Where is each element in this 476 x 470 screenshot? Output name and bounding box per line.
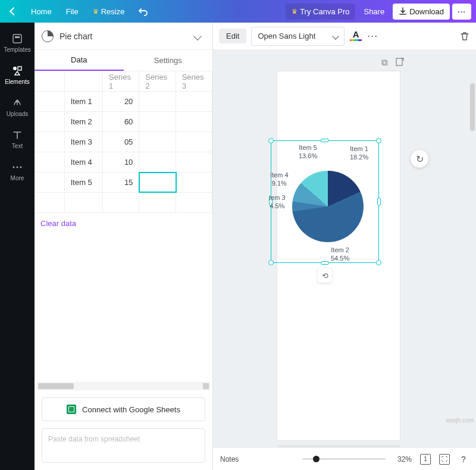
data-panel: Pie chart Data Settings Series 1 Series …	[35, 23, 213, 470]
rail-elements[interactable]: Elements	[1, 59, 34, 90]
svg-rect-3	[18, 67, 21, 70]
grid-header-s1[interactable]: Series 1	[103, 71, 139, 91]
resize-handle[interactable]	[321, 139, 329, 142]
cell-value[interactable]: 60	[103, 112, 139, 131]
chevron-down-icon	[193, 32, 202, 40]
canvas-area[interactable]: ⧉ Item 118.2% Item 254.5% tem 34.5% Item…	[213, 50, 476, 447]
cell-label[interactable]: Item 5	[65, 173, 103, 192]
resize-handle[interactable]	[268, 138, 274, 143]
pie-chart[interactable]	[292, 171, 364, 242]
pie-label: Item 118.2%	[350, 145, 368, 162]
resize-handle[interactable]	[377, 198, 381, 206]
add-page-icon-button[interactable]	[395, 57, 405, 68]
pie-label: tem 34.5%	[269, 193, 286, 211]
svg-rect-0	[13, 35, 21, 43]
more-button[interactable]: ···	[452, 4, 471, 20]
delete-button[interactable]	[459, 31, 470, 42]
svg-point-4	[13, 167, 15, 168]
watermark: wsxjh.com	[446, 417, 474, 424]
page-tools: ⧉	[381, 57, 405, 68]
resize-handle[interactable]	[376, 138, 381, 143]
share-button[interactable]: Share	[358, 4, 390, 20]
download-button[interactable]: Download	[393, 4, 450, 20]
file-button[interactable]: File	[60, 4, 84, 20]
resize-handle[interactable]	[321, 261, 329, 265]
text-color-icon: A	[353, 29, 359, 39]
cell-label[interactable]: Item 1	[65, 92, 103, 111]
cell-value[interactable]: 10	[103, 152, 139, 172]
canvas-wrap: Edit Open Sans Light A ··· ⧉ It	[213, 23, 476, 470]
context-toolbar: Edit Open Sans Light A ···	[213, 23, 476, 50]
undo-icon	[139, 7, 148, 16]
notes-button[interactable]: Notes	[220, 455, 239, 463]
cell-label[interactable]: Item 3	[65, 132, 103, 152]
text-icon	[11, 129, 23, 141]
cell-value[interactable]: 15	[103, 173, 139, 192]
rail-uploads[interactable]: Uploads	[1, 92, 34, 123]
swap-button[interactable]: ⟲	[318, 268, 332, 283]
cell-label[interactable]: Item 2	[65, 112, 103, 131]
more-icon	[11, 161, 23, 173]
rotate-button[interactable]: ↻	[411, 150, 428, 168]
zoom-thumb[interactable]	[313, 456, 320, 462]
rail-templates[interactable]: Templates	[1, 27, 34, 58]
rail-text[interactable]: Text	[1, 124, 34, 155]
zoom-slider[interactable]	[302, 458, 386, 460]
rail-more[interactable]: More	[1, 156, 34, 187]
svg-rect-7	[396, 58, 402, 65]
toolbar-more-button[interactable]: ···	[367, 30, 378, 42]
grid-h-scrollbar[interactable]	[37, 382, 210, 390]
canvas-v-scrollbar[interactable]	[470, 83, 475, 447]
google-sheets-button[interactable]: Connect with Google Sheets	[42, 397, 205, 421]
back-button[interactable]	[5, 5, 23, 18]
download-icon	[399, 7, 407, 15]
grid-corner[interactable]	[35, 71, 65, 91]
pie-chart-icon	[42, 30, 54, 42]
chart-type-select[interactable]: Pie chart	[42, 30, 205, 42]
bottom-bar: Notes 32% 1 ⛶ ?	[213, 447, 476, 470]
crown-icon: ♛	[93, 8, 99, 15]
cell-value[interactable]: 20	[103, 92, 139, 111]
left-rail: Templates Elements Uploads Text More	[0, 23, 35, 470]
fullscreen-button[interactable]: ⛶	[439, 454, 450, 465]
crown-icon: ♛	[292, 8, 298, 15]
uploads-icon	[11, 97, 23, 109]
font-select[interactable]: Open Sans Light	[251, 27, 345, 46]
svg-point-2	[13, 67, 17, 70]
elements-icon	[11, 65, 23, 77]
cell-selected[interactable]	[139, 173, 176, 192]
home-button[interactable]: Home	[25, 4, 58, 20]
zoom-value: 32%	[397, 455, 412, 463]
svg-point-6	[20, 167, 22, 168]
svg-point-5	[17, 167, 18, 168]
cell-value[interactable]: 05	[103, 132, 139, 152]
undo-button[interactable]	[133, 3, 154, 20]
chevron-down-icon	[333, 33, 339, 39]
help-button[interactable]: ?	[458, 454, 469, 465]
page-view-button[interactable]: 1	[420, 454, 431, 465]
templates-icon	[11, 33, 23, 45]
duplicate-page-button[interactable]: ⧉	[381, 57, 388, 68]
try-pro-button[interactable]: ♛Try Canva Pro	[286, 4, 355, 20]
top-bar: Home File ♛Resize ♛Try Canva Pro Share D…	[0, 0, 476, 23]
cell-label[interactable]: Item 4	[65, 152, 103, 172]
chart-selection[interactable]: Item 118.2% Item 254.5% tem 34.5% Item 4…	[271, 140, 379, 263]
data-grid: Series 1 Series 2 Series 3 Item 120 Item…	[35, 71, 212, 213]
tab-data[interactable]: Data	[35, 50, 124, 71]
tab-settings[interactable]: Settings	[124, 50, 213, 71]
grid-header-s2[interactable]: Series 2	[139, 71, 176, 91]
text-color-button[interactable]: A	[349, 29, 362, 43]
paste-data-input[interactable]: Paste data from spreadsheet	[42, 428, 205, 463]
resize-button[interactable]: ♛Resize	[87, 4, 131, 20]
pie-label: Item 513.6%	[299, 143, 317, 161]
grid-header-s3[interactable]: Series 3	[176, 71, 212, 91]
add-page-button[interactable]: + Add page	[277, 445, 400, 447]
grid-header-blank[interactable]	[65, 71, 103, 91]
clear-data-button[interactable]: Clear data	[35, 213, 212, 234]
svg-rect-1	[15, 36, 20, 38]
chart-type-label: Pie chart	[60, 32, 92, 41]
resize-handle[interactable]	[268, 260, 274, 265]
resize-handle[interactable]	[376, 260, 381, 265]
google-sheets-icon	[67, 405, 76, 414]
edit-button[interactable]: Edit	[219, 29, 246, 43]
